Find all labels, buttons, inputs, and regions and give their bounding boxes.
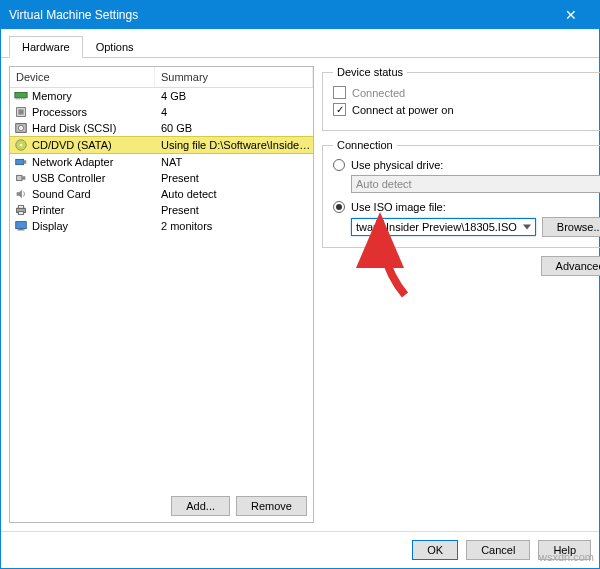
svg-rect-3 — [19, 98, 20, 100]
use-iso-label: Use ISO image file: — [351, 201, 446, 213]
svg-rect-0 — [15, 93, 27, 98]
device-status-group: Device status Connected ✓ Connect at pow… — [322, 66, 600, 131]
svg-rect-4 — [21, 98, 22, 100]
window-title: Virtual Machine Settings — [9, 8, 551, 22]
svg-rect-13 — [16, 159, 24, 164]
column-header-summary[interactable]: Summary — [155, 67, 313, 87]
column-header-device[interactable]: Device — [10, 67, 155, 87]
nic-icon — [14, 155, 28, 169]
advanced-button[interactable]: Advanced... — [541, 256, 600, 276]
table-row[interactable]: PrinterPresent — [10, 202, 313, 218]
device-summary: NAT — [155, 156, 313, 168]
remove-button[interactable]: Remove — [236, 496, 307, 516]
memory-icon — [14, 89, 28, 103]
table-row[interactable]: Network AdapterNAT — [10, 154, 313, 170]
svg-rect-20 — [16, 222, 27, 229]
device-summary: 4 — [155, 106, 313, 118]
close-icon[interactable]: ✕ — [551, 7, 591, 23]
device-summary: 4 GB — [155, 90, 313, 102]
device-list[interactable]: Device Summary Memory4 GBProcessors4Hard… — [10, 67, 313, 490]
device-name: Network Adapter — [32, 156, 113, 168]
svg-rect-22 — [18, 230, 25, 231]
table-row[interactable]: Sound CardAuto detect — [10, 186, 313, 202]
svg-rect-18 — [18, 206, 23, 209]
usb-icon — [14, 171, 28, 185]
connect-power-on-label: Connect at power on — [352, 104, 454, 116]
iso-file-dropdown[interactable]: tware\Insider Preview\18305.ISO — [351, 218, 536, 236]
svg-rect-8 — [18, 109, 23, 114]
table-row[interactable]: CD/DVD (SATA)Using file D:\Software\Insi… — [10, 136, 313, 154]
physical-drive-dropdown: Auto detect — [351, 175, 600, 193]
table-row[interactable]: Hard Disk (SCSI)60 GB — [10, 120, 313, 136]
sound-icon — [14, 187, 28, 201]
watermark: wsxdn.com — [539, 551, 594, 563]
connection-group: Connection Use physical drive: Auto dete… — [322, 139, 600, 248]
svg-rect-6 — [25, 98, 26, 100]
device-name: Printer — [32, 204, 64, 216]
device-name: USB Controller — [32, 172, 105, 184]
cd-icon — [14, 138, 28, 152]
svg-rect-2 — [18, 98, 19, 100]
display-icon — [14, 219, 28, 233]
table-row[interactable]: Display2 monitors — [10, 218, 313, 234]
svg-rect-19 — [18, 212, 23, 215]
connection-legend: Connection — [333, 139, 397, 151]
table-row[interactable]: Memory4 GB — [10, 88, 313, 104]
use-physical-radio[interactable] — [333, 159, 345, 171]
cancel-button[interactable]: Cancel — [466, 540, 530, 560]
device-summary: 2 monitors — [155, 220, 313, 232]
connected-label: Connected — [352, 87, 405, 99]
svg-rect-15 — [17, 175, 22, 180]
connect-power-on-checkbox[interactable]: ✓ — [333, 103, 346, 116]
svg-rect-5 — [23, 98, 24, 100]
device-summary: Present — [155, 204, 313, 216]
svg-rect-14 — [24, 160, 27, 164]
device-name: Display — [32, 220, 68, 232]
table-row[interactable]: Processors4 — [10, 104, 313, 120]
tab-hardware[interactable]: Hardware — [9, 36, 83, 58]
browse-button[interactable]: Browse... — [542, 217, 600, 237]
device-name: Processors — [32, 106, 87, 118]
printer-icon — [14, 203, 28, 217]
svg-rect-16 — [22, 176, 26, 180]
add-button[interactable]: Add... — [171, 496, 230, 516]
svg-rect-1 — [16, 98, 17, 100]
device-name: CD/DVD (SATA) — [32, 139, 112, 151]
table-row[interactable]: USB ControllerPresent — [10, 170, 313, 186]
cpu-icon — [14, 105, 28, 119]
device-summary: Auto detect — [155, 188, 313, 200]
svg-point-12 — [20, 144, 23, 147]
tab-options[interactable]: Options — [83, 36, 147, 58]
device-status-legend: Device status — [333, 66, 407, 78]
hdd-icon — [14, 121, 28, 135]
device-name: Sound Card — [32, 188, 91, 200]
device-name: Hard Disk (SCSI) — [32, 122, 116, 134]
device-summary: Present — [155, 172, 313, 184]
device-summary: 60 GB — [155, 122, 313, 134]
svg-rect-21 — [19, 229, 23, 230]
ok-button[interactable]: OK — [412, 540, 458, 560]
use-iso-radio[interactable] — [333, 201, 345, 213]
svg-point-10 — [18, 125, 23, 130]
connected-checkbox[interactable] — [333, 86, 346, 99]
device-name: Memory — [32, 90, 72, 102]
use-physical-label: Use physical drive: — [351, 159, 443, 171]
device-summary: Using file D:\Software\Insider ... — [155, 139, 313, 151]
